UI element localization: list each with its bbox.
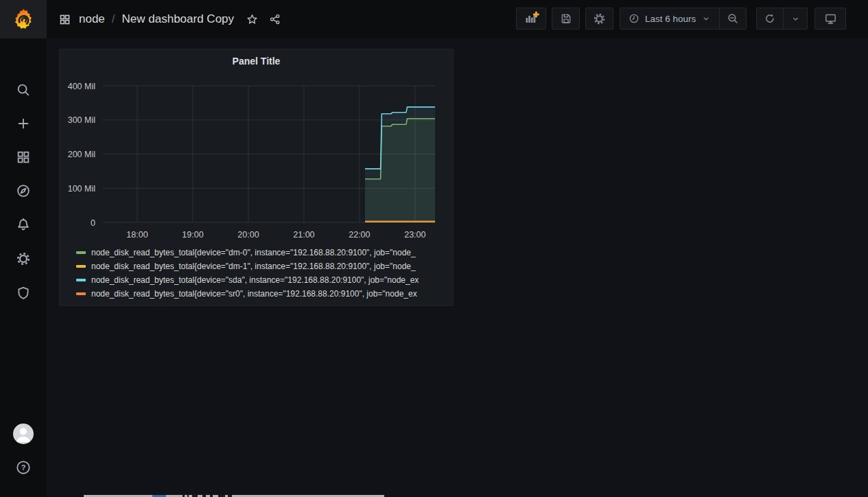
dashboard-grid-icon: [59, 14, 71, 25]
sidebar-item-configuration[interactable]: [0, 251, 47, 267]
save-icon: [560, 12, 572, 25]
navbar: node / New dashboard Copy: [47, 0, 868, 38]
y-axis-tick-label: 200 Mil: [68, 150, 95, 159]
monitor-icon: [824, 12, 837, 25]
x-axis-tick-label: 18:00: [126, 230, 148, 240]
x-axis-tick-label: 19:00: [182, 230, 203, 240]
refresh-dashboard-button[interactable]: [756, 8, 784, 30]
x-axis-tick-label: 23:00: [404, 230, 425, 240]
shield-icon: [16, 286, 31, 301]
add-panel-button[interactable]: [516, 8, 546, 30]
legend-label: node_disk_read_bytes_total{device="dm-1"…: [91, 262, 416, 271]
share-dashboard-button[interactable]: [269, 13, 281, 25]
breadcrumb-dashboard-title[interactable]: New dashboard Copy: [122, 12, 234, 26]
y-axis-tick-label: 100 Mil: [68, 184, 95, 194]
refresh-group: [756, 8, 808, 30]
help-glyph: ?: [21, 463, 26, 472]
settings-gear-icon: [593, 12, 606, 25]
legend-label: node_disk_read_bytes_total{device="sda",…: [91, 275, 419, 285]
chevron-down-icon: [791, 14, 800, 23]
refresh-interval-dropdown[interactable]: [783, 8, 808, 30]
y-axis-tick-label: 400 Mil: [68, 82, 95, 91]
bell-icon: [16, 218, 31, 233]
legend-item[interactable]: node_disk_read_bytes_total{device="dm-1"…: [60, 259, 449, 273]
y-axis-tick-label: 300 Mil: [68, 115, 95, 125]
x-axis-tick-label: 21:00: [293, 230, 314, 240]
sidebar-item-alerting[interactable]: [0, 217, 47, 233]
sidebar-item-help[interactable]: ?: [0, 459, 47, 476]
breadcrumb-separator: /: [112, 12, 115, 26]
x-axis-tick-label: 22:00: [349, 230, 370, 240]
plus-icon: [16, 116, 31, 131]
share-icon: [269, 13, 281, 25]
help-circle-icon: ?: [16, 460, 31, 475]
legend-swatch: [76, 265, 86, 268]
clock-icon: [629, 13, 640, 24]
legend-swatch: [76, 279, 86, 281]
user-avatar[interactable]: [13, 424, 34, 444]
sidebar-item-server-admin[interactable]: [0, 285, 47, 301]
grafana-logo-icon: [12, 8, 35, 31]
side-menu: ?: [0, 0, 47, 497]
breadcrumb: node / New dashboard Copy: [59, 0, 281, 38]
sidebar-item-create[interactable]: [0, 115, 47, 132]
compass-icon: [16, 183, 31, 198]
star-icon: [246, 13, 259, 26]
time-range-picker-button[interactable]: Last 6 hours: [620, 8, 720, 30]
gear-icon: [16, 251, 31, 266]
sidebar-item-search[interactable]: [0, 82, 47, 98]
zoom-out-time-button[interactable]: [719, 8, 747, 30]
legend-swatch: [76, 251, 86, 254]
grafana-logo-button[interactable]: [0, 0, 47, 38]
chevron-down-icon: [701, 14, 711, 23]
legend-swatch: [76, 292, 86, 295]
legend-item[interactable]: node_disk_read_bytes_total{device="dm-0"…: [60, 246, 449, 259]
legend-item[interactable]: node_disk_read_bytes_total{device="sda",…: [60, 273, 449, 287]
time-range-label: Last 6 hours: [645, 14, 696, 24]
sidebar-item-dashboards[interactable]: [0, 149, 47, 165]
refresh-icon: [764, 12, 776, 25]
search-icon: [16, 82, 31, 97]
chart-legend: node_disk_read_bytes_total{device="dm-0"…: [60, 246, 449, 301]
dashboard-toolbar: Last 6 hours: [516, 8, 846, 30]
save-dashboard-button[interactable]: [552, 8, 580, 30]
y-axis-tick-label: 0: [91, 218, 95, 228]
star-dashboard-button[interactable]: [246, 13, 259, 26]
legend-item[interactable]: node_disk_read_bytes_total{device="sr0",…: [60, 287, 449, 301]
dashboard-panel: Panel Title 400 Mil300 Mil200 Mil100 Mil…: [59, 49, 454, 306]
x-axis-tick-label: 20:00: [237, 230, 259, 240]
cycle-view-mode-button[interactable]: [814, 8, 846, 30]
legend-label: node_disk_read_bytes_total{device="sr0",…: [91, 289, 417, 299]
person-icon: [13, 424, 34, 444]
add-panel-icon: [523, 10, 539, 27]
dashboards-grid-icon: [16, 150, 31, 165]
zoom-out-icon: [727, 12, 739, 25]
sidebar-item-explore[interactable]: [0, 183, 47, 199]
time-picker-group: Last 6 hours: [620, 8, 747, 30]
breadcrumb-folder[interactable]: node: [79, 12, 105, 26]
dashboard-settings-button[interactable]: [585, 8, 613, 30]
legend-label: node_disk_read_bytes_total{device="dm-0"…: [91, 248, 416, 257]
